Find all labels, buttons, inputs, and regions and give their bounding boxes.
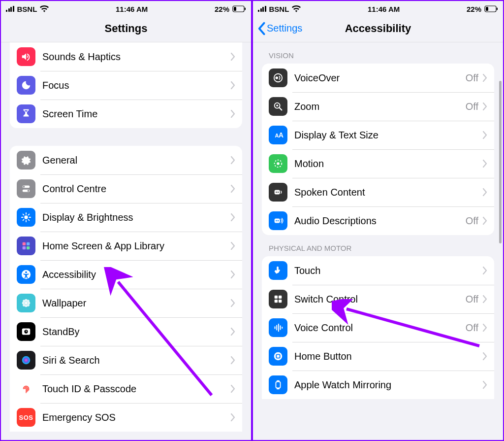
row-standby[interactable]: StandBy — [10, 317, 242, 346]
row-label: Zoom — [294, 101, 466, 112]
row-display-brightness[interactable]: Display & Brightness — [10, 203, 242, 232]
svg-point-44 — [276, 104, 278, 106]
battery-icon — [232, 5, 246, 12]
row-label: Display & Brightness — [42, 212, 230, 223]
svg-point-7 — [24, 215, 28, 219]
section-header-vision: VISION — [253, 42, 503, 64]
battery-icon — [484, 5, 498, 12]
row-label: Home Button — [294, 351, 482, 362]
row-home-button[interactable]: Home Button — [262, 342, 494, 371]
wifi-icon — [292, 5, 301, 12]
svg-point-53 — [276, 220, 277, 221]
chevron-right-icon — [482, 188, 487, 196]
svg-point-27 — [23, 300, 26, 303]
siri-icon — [17, 351, 35, 370]
row-label: Siri & Search — [42, 355, 230, 366]
row-label: Audio Descriptions — [294, 215, 466, 227]
row-zoom[interactable]: ZoomOff — [262, 92, 494, 121]
svg-rect-66 — [276, 382, 280, 388]
clock-label: 11:46 AM — [368, 5, 400, 13]
row-label: Screen Time — [42, 108, 230, 120]
scroll-indicator[interactable] — [499, 81, 502, 243]
svg-point-51 — [278, 192, 279, 193]
back-button[interactable]: Settings — [257, 22, 302, 35]
row-motion[interactable]: Motion — [262, 149, 494, 178]
fingerprint-icon — [17, 379, 35, 398]
row-audio-descriptions[interactable]: Audio DescriptionsOff — [262, 206, 494, 235]
settings-group-1: Sounds & HapticsFocusScreen Time — [10, 42, 242, 128]
row-emergency-sos[interactable]: SOSEmergency SOS — [10, 403, 242, 432]
row-value: Off — [466, 72, 478, 84]
nav-bar: Settings Accessibility — [253, 15, 503, 42]
row-apple-watch-mirroring[interactable]: Apple Watch Mirroring — [262, 371, 494, 399]
row-focus[interactable]: Focus — [10, 71, 242, 100]
chevron-right-icon — [482, 324, 487, 332]
svg-point-22 — [25, 302, 28, 305]
row-voice-control[interactable]: Voice ControlOff — [262, 313, 494, 342]
svg-point-6 — [28, 190, 30, 192]
chevron-right-icon — [230, 110, 235, 118]
chevron-right-icon — [482, 102, 487, 110]
page-title: Accessibility — [345, 22, 411, 35]
row-label: Switch Control — [294, 294, 466, 305]
svg-rect-18 — [23, 246, 26, 249]
row-label: Emergency SOS — [42, 412, 230, 423]
row-label: Apple Watch Mirroring — [294, 379, 482, 391]
row-touch-id-passcode[interactable]: Touch ID & Passcode — [10, 374, 242, 403]
chevron-right-icon — [230, 356, 235, 364]
chevron-right-icon — [230, 385, 235, 393]
svg-rect-56 — [279, 296, 282, 299]
svg-rect-16 — [23, 242, 26, 245]
carrier-label: BSNL — [17, 5, 37, 13]
row-spoken-content[interactable]: Spoken Content — [262, 178, 494, 206]
svg-line-12 — [23, 214, 24, 215]
chevron-right-icon — [230, 156, 235, 164]
svg-rect-17 — [27, 242, 30, 245]
svg-point-4 — [23, 186, 25, 188]
row-label: Motion — [294, 158, 482, 170]
row-display-text-size[interactable]: AADisplay & Text Size — [262, 121, 494, 149]
row-switch-control[interactable]: Switch ControlOff — [262, 285, 494, 313]
row-wallpaper[interactable]: Wallpaper — [10, 289, 242, 317]
signal-icon — [258, 6, 266, 12]
row-label: Sounds & Haptics — [42, 51, 230, 63]
row-voiceover[interactable]: VoiceOverOff — [262, 64, 494, 92]
svg-rect-67 — [277, 380, 280, 382]
row-label: Spoken Content — [294, 187, 482, 198]
svg-point-41 — [276, 76, 279, 79]
svg-rect-68 — [277, 388, 280, 389]
chevron-right-icon — [230, 53, 235, 61]
toggles-icon — [17, 179, 35, 198]
clock-label: 11:46 AM — [116, 5, 148, 13]
svg-point-30 — [23, 304, 26, 306]
spoken-icon — [269, 183, 287, 202]
row-label: Home Screen & App Library — [42, 240, 230, 252]
voicecontrol-icon — [269, 318, 287, 337]
accessibility-content[interactable]: VISION VoiceOverOffZoomOffAADisplay & Te… — [253, 42, 503, 441]
sos-icon: SOS — [17, 408, 35, 427]
row-touch[interactable]: Touch — [262, 256, 494, 285]
gear-icon — [17, 151, 35, 170]
svg-point-29 — [27, 300, 30, 303]
row-label: Focus — [42, 80, 230, 91]
row-accessibility[interactable]: Accessibility — [10, 260, 242, 289]
status-bar: BSNL 11:46 AM 22% — [1, 1, 251, 15]
flower-icon — [17, 294, 35, 312]
chevron-right-icon — [482, 131, 487, 139]
row-screen-time[interactable]: Screen Time — [10, 100, 242, 128]
row-general[interactable]: General — [10, 146, 242, 174]
svg-rect-38 — [497, 8, 498, 10]
row-siri-search[interactable]: Siri & Search — [10, 346, 242, 374]
row-value: Off — [466, 101, 478, 112]
svg-point-21 — [25, 271, 27, 273]
row-sounds-haptics[interactable]: Sounds & Haptics — [10, 42, 242, 71]
sun-icon — [17, 208, 35, 227]
row-home-screen-app-library[interactable]: Home Screen & App Library — [10, 232, 242, 260]
row-value: Off — [466, 215, 478, 227]
homebutton-icon — [269, 347, 287, 366]
row-control-centre[interactable]: Control Centre — [10, 174, 242, 203]
row-value: Off — [466, 294, 478, 305]
row-label: Accessibility — [42, 269, 230, 280]
settings-content[interactable]: Sounds & HapticsFocusScreen Time General… — [1, 42, 251, 441]
row-label: Touch ID & Passcode — [42, 383, 230, 395]
